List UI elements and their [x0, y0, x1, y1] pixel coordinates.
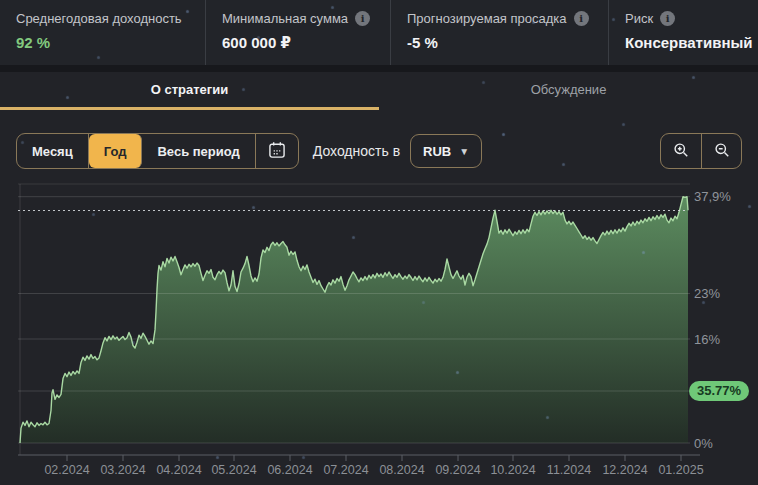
stat-value: Консервативный — [625, 34, 742, 51]
period-segmented-control: Месяц Год Весь период — [16, 133, 299, 169]
tab-label: О стратегии — [151, 82, 229, 97]
currency-selector-label: Доходность в — [313, 143, 400, 159]
svg-text:08.2024: 08.2024 — [379, 463, 424, 477]
stat-value: 600 000 ₽ — [222, 34, 374, 52]
stat-drawdown: Прогнозируемая просадка i -5 % — [390, 0, 608, 65]
stat-label: Минимальная сумма — [222, 11, 348, 26]
svg-text:11.2024: 11.2024 — [547, 463, 591, 477]
calendar-icon — [267, 140, 287, 163]
performance-chart[interactable]: 02.202403.202404.202405.202406.202407.20… — [0, 180, 758, 485]
filter-row: Месяц Год Весь период Доходно — [0, 133, 758, 169]
svg-text:02.2024: 02.2024 — [44, 463, 89, 477]
chart-svg: 02.202403.202404.202405.202406.202407.20… — [0, 180, 758, 485]
svg-text:09.2024: 09.2024 — [435, 463, 480, 477]
tab-bar: О стратегии Обсуждение — [0, 72, 758, 106]
svg-text:10.2024: 10.2024 — [490, 463, 535, 477]
tab-label: Обсуждение — [531, 82, 607, 97]
svg-text:01.2025: 01.2025 — [658, 463, 703, 477]
info-icon[interactable]: i — [574, 11, 589, 26]
current-value-badge: 35.77% — [689, 381, 749, 401]
stat-label: Риск — [625, 11, 653, 26]
svg-text:0%: 0% — [694, 436, 713, 451]
strategy-page: Среднегодовая доходность 92 % Минимальна… — [0, 0, 758, 485]
zoom-out-icon — [712, 140, 732, 163]
info-icon[interactable]: i — [355, 11, 370, 26]
stats-bar: Среднегодовая доходность 92 % Минимальна… — [0, 0, 758, 65]
period-year-button[interactable]: Год — [89, 134, 143, 168]
svg-text:37,9%: 37,9% — [694, 189, 731, 204]
chevron-down-icon: ▼ — [459, 146, 469, 157]
svg-text:07.2024: 07.2024 — [323, 463, 368, 477]
zoom-in-icon — [671, 140, 691, 163]
svg-text:12.2024: 12.2024 — [602, 463, 647, 477]
tab-about-strategy[interactable]: О стратегии — [0, 72, 379, 106]
svg-text:04.2024: 04.2024 — [156, 463, 201, 477]
period-all-button[interactable]: Весь период — [142, 134, 255, 168]
chart-zoom-controls — [660, 133, 742, 169]
stat-annual-return: Среднегодовая доходность 92 % — [0, 0, 205, 65]
period-month-button[interactable]: Месяц — [17, 134, 89, 168]
stat-risk: Риск i Консервативный — [608, 0, 758, 65]
stat-value: -5 % — [407, 34, 592, 51]
svg-text:16%: 16% — [694, 332, 720, 347]
tab-discussion[interactable]: Обсуждение — [379, 72, 758, 106]
calendar-button[interactable] — [256, 134, 298, 168]
stat-value: 92 % — [16, 34, 189, 51]
zoom-in-button[interactable] — [661, 134, 701, 168]
svg-text:23%: 23% — [694, 286, 720, 301]
zoom-out-button[interactable] — [701, 134, 741, 168]
stat-label: Среднегодовая доходность — [16, 11, 182, 26]
svg-text:05.2024: 05.2024 — [211, 463, 256, 477]
currency-value: RUB — [423, 144, 451, 159]
stat-label: Прогнозируемая просадка — [407, 11, 567, 26]
svg-text:06.2024: 06.2024 — [267, 463, 312, 477]
svg-text:03.2024: 03.2024 — [100, 463, 145, 477]
currency-dropdown[interactable]: RUB ▼ — [410, 134, 482, 168]
info-icon[interactable]: i — [660, 11, 675, 26]
stat-min-sum: Минимальная сумма i 600 000 ₽ — [205, 0, 390, 65]
